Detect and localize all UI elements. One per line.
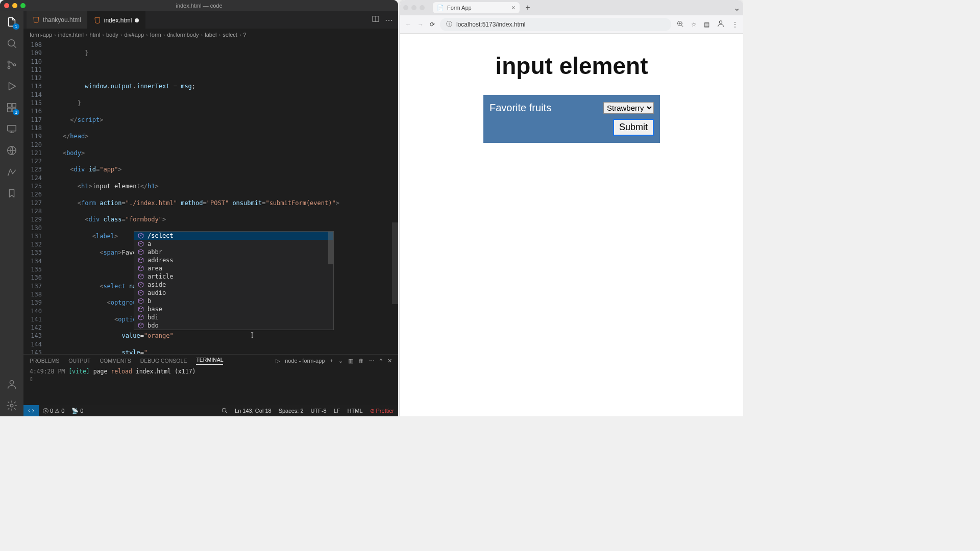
tab-terminal[interactable]: TERMINAL xyxy=(196,357,223,365)
maximize-panel-icon[interactable]: ^ xyxy=(380,358,382,364)
explorer-badge: 1 xyxy=(13,23,19,30)
suggest-item[interactable]: area xyxy=(134,264,333,272)
split-terminal-icon[interactable]: ▥ xyxy=(348,358,353,364)
accounts-icon[interactable] xyxy=(5,378,18,391)
zoom-icon[interactable] xyxy=(676,20,684,29)
favorite-fruits-select[interactable]: Strawberry xyxy=(603,102,654,114)
suggest-item[interactable]: aside xyxy=(134,281,333,289)
form-label: Favorite fruits xyxy=(489,102,551,114)
settings-gear-icon[interactable] xyxy=(5,399,18,412)
status-encoding[interactable]: UTF-8 xyxy=(311,408,327,414)
new-terminal-icon[interactable]: + xyxy=(330,358,333,364)
submit-button[interactable]: Submit xyxy=(613,119,654,136)
suggest-item[interactable]: address xyxy=(134,256,333,264)
status-eol[interactable]: LF xyxy=(334,408,340,414)
bookmarks-icon[interactable] xyxy=(5,187,18,200)
tab-index[interactable]: index.html xyxy=(88,11,146,29)
tab-comments[interactable]: COMMENTS xyxy=(100,358,131,364)
text-cursor-icon xyxy=(249,332,256,341)
svg-rect-8 xyxy=(8,126,16,131)
minimize-window-button[interactable] xyxy=(12,3,17,8)
extensions-badge: 3 xyxy=(13,109,19,115)
tab-output[interactable]: OUTPUT xyxy=(68,358,90,364)
tab-label: index.html xyxy=(104,17,132,24)
suggest-item[interactable]: audio xyxy=(134,289,333,297)
vscode-window-title: index.html — code xyxy=(176,3,222,9)
terminal-dropdown-icon[interactable]: ⌄ xyxy=(338,358,343,364)
status-spaces[interactable]: Spaces: 2 xyxy=(279,408,304,414)
tab-debug-console[interactable]: DEBUG CONSOLE xyxy=(140,358,187,364)
status-search-icon[interactable] xyxy=(221,407,228,415)
url-bar[interactable]: ⓘ localhost:5173/index.html xyxy=(440,18,671,31)
browser-toolbar: ← → ⟳ ⓘ localhost:5173/index.html ☆ ▤ ⋮ xyxy=(400,15,743,34)
suggest-item[interactable]: bdi xyxy=(134,313,333,321)
close-panel-icon[interactable]: ✕ xyxy=(387,358,392,364)
close-tab-icon[interactable]: × xyxy=(511,4,516,12)
suggest-item[interactable]: base xyxy=(134,305,333,313)
svg-point-11 xyxy=(10,404,13,407)
svg-point-15 xyxy=(719,21,722,23)
status-prettier[interactable]: ⊘ Prettier xyxy=(370,408,394,414)
activity-bar: 1 3 xyxy=(0,11,23,416)
search-icon[interactable] xyxy=(5,37,18,50)
editor-area: thankyou.html index.html ⋯ form-app› ind… xyxy=(23,11,398,416)
back-button[interactable]: ← xyxy=(405,21,411,28)
extensions-icon[interactable]: 3 xyxy=(5,101,18,114)
terminal[interactable]: 4:49:28 PM [vite] page reload index.html… xyxy=(23,365,398,405)
timeline-icon[interactable] xyxy=(5,165,18,179)
zoom-window-button[interactable] xyxy=(20,3,26,8)
minimize-window-button[interactable] xyxy=(411,5,416,10)
terminal-label[interactable]: node - form-app xyxy=(285,358,325,364)
intellisense-suggest[interactable]: /select a abbr address area article asid… xyxy=(134,231,334,330)
svg-rect-6 xyxy=(8,108,11,112)
remote-explorer-icon[interactable] xyxy=(5,122,18,136)
close-window-button[interactable] xyxy=(4,3,9,8)
status-ln-col[interactable]: Ln 143, Col 18 xyxy=(235,408,272,414)
vscode-window: index.html — code 1 3 thankyou.html xyxy=(0,0,398,416)
suggest-item[interactable]: bdo xyxy=(134,321,333,330)
tab-thankyou[interactable]: thankyou.html xyxy=(27,11,88,29)
remote-indicator[interactable] xyxy=(23,405,39,416)
close-window-button[interactable] xyxy=(403,5,408,10)
suggest-item[interactable]: a xyxy=(134,240,333,248)
new-tab-button[interactable]: + xyxy=(523,3,533,12)
page-content: input element Favorite fruits Strawberry… xyxy=(400,34,743,416)
split-editor-icon[interactable] xyxy=(372,15,380,25)
status-bar: ⓧ 0 ⚠ 0 📡 0 Ln 143, Col 18 Spaces: 2 UTF… xyxy=(23,405,398,416)
minimap-scrollbar[interactable] xyxy=(392,222,398,304)
reader-icon[interactable]: ▤ xyxy=(704,21,709,28)
explorer-icon[interactable]: 1 xyxy=(5,15,18,29)
more-actions-icon[interactable]: ⋯ xyxy=(385,15,393,25)
browser-tab[interactable]: 📄 Form App × xyxy=(433,2,520,13)
suggest-item[interactable]: /select xyxy=(134,232,333,240)
vscode-traffic-lights xyxy=(4,3,26,8)
suggest-item[interactable]: abbr xyxy=(134,248,333,256)
tab-problems[interactable]: PROBLEMS xyxy=(30,358,59,364)
browser-window: 📄 Form App × + ⌄ ← → ⟳ ⓘ localhost:5173/… xyxy=(400,0,743,416)
forward-button[interactable]: → xyxy=(418,21,424,28)
source-control-icon[interactable] xyxy=(5,58,18,71)
status-language[interactable]: HTML xyxy=(348,408,363,414)
suggest-item[interactable]: article xyxy=(134,272,333,281)
code-editor[interactable]: 1081091101111121131141151161171181191201… xyxy=(23,41,398,354)
status-ports[interactable]: 📡 0 xyxy=(71,408,83,414)
more-icon[interactable]: ⋯ xyxy=(369,358,375,364)
breadcrumbs[interactable]: form-app› index.html› html› body› div#ap… xyxy=(23,29,398,41)
bookmark-icon[interactable]: ☆ xyxy=(691,21,697,28)
zoom-window-button[interactable] xyxy=(420,5,425,10)
svg-point-10 xyxy=(10,381,13,384)
terminal-process-icon[interactable]: ▷ xyxy=(276,358,280,364)
status-errors[interactable]: ⓧ 0 ⚠ 0 xyxy=(43,407,64,415)
window-menu-icon[interactable]: ⌄ xyxy=(733,3,740,13)
editor-tabs: thankyou.html index.html ⋯ xyxy=(23,11,398,29)
site-info-icon[interactable]: ⓘ xyxy=(446,20,453,29)
suggest-item[interactable]: b xyxy=(134,297,333,305)
kill-terminal-icon[interactable]: 🗑 xyxy=(358,358,364,364)
live-share-icon[interactable] xyxy=(5,144,18,157)
profile-icon[interactable] xyxy=(717,19,725,29)
dirty-indicator-icon xyxy=(135,18,139,22)
reload-button[interactable]: ⟳ xyxy=(430,21,435,28)
suggest-scrollbar[interactable] xyxy=(328,232,333,264)
run-debug-icon[interactable] xyxy=(5,80,18,93)
menu-icon[interactable]: ⋮ xyxy=(732,21,738,28)
